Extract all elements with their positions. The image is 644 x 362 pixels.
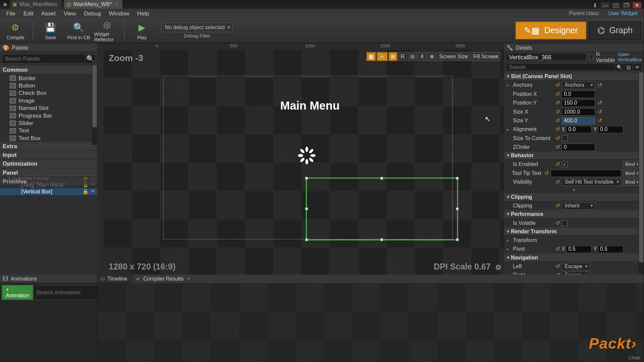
debug-object-combo[interactable]: No debug object selected (161, 22, 233, 32)
palette-category-common[interactable]: Common (0, 65, 97, 74)
save-button[interactable]: 💾Save (38, 19, 63, 42)
widget-name-input[interactable] (506, 53, 587, 61)
timeline-body[interactable]: Packt› Clear (98, 283, 644, 362)
palette-item-border[interactable]: Border (0, 74, 97, 81)
alignment-y-input[interactable] (598, 126, 623, 133)
expand-icon[interactable]: ▸ (506, 247, 511, 251)
palette-item-button[interactable]: Button (0, 82, 97, 89)
palette-item-textbox[interactable]: Text Box (0, 134, 97, 142)
reset-icon[interactable]: ↺ (597, 100, 603, 106)
section-slot[interactable]: Slot (Canvas Panel Slot) (504, 72, 644, 81)
close-icon[interactable]: × (187, 276, 190, 282)
screen-size-combo[interactable]: Screen Size (437, 52, 470, 61)
play-button[interactable]: ▶Play (129, 19, 155, 42)
vp-loc-button[interactable]: ⊕ (427, 52, 436, 61)
palette-item-named-slot[interactable]: Named Slot (0, 104, 97, 112)
size-y-input[interactable] (561, 117, 595, 124)
palette-category-optimization[interactable]: Optimization (0, 160, 97, 168)
vp-outline-button[interactable]: ▦ (366, 52, 376, 61)
details-eye-icon[interactable]: 👁 (633, 63, 642, 71)
vp-grid2-button[interactable]: ⊟ (408, 52, 417, 61)
palette-scrollbar[interactable] (92, 65, 97, 145)
designer-viewport[interactable]: Zoom -3 ▦ 🔒 ⊞ R ⊟ 4 ⊕ Screen Size Fill S… (103, 50, 504, 275)
tab-compiler-results[interactable]: ✔Compiler Results× (133, 274, 197, 283)
maximize-button[interactable]: ▢ (611, 2, 621, 9)
menu-edit[interactable]: Edit (20, 10, 37, 17)
search-icon[interactable]: 🔍 (86, 54, 96, 64)
palette-item-progress-bar[interactable]: Progress Bar (0, 112, 97, 119)
palette-tree[interactable]: Common Border Button Check Box Image Nam… (0, 65, 97, 186)
zorder-input[interactable] (561, 143, 595, 151)
palette-item-text[interactable]: Text (0, 127, 97, 134)
vp-grid-button[interactable]: ⊞ (388, 52, 397, 61)
graph-mode-button[interactable]: ⌬Graph (589, 21, 641, 39)
menu-debug[interactable]: Debug (80, 10, 105, 17)
anchors-combo[interactable]: Anchors (561, 81, 595, 89)
section-performance[interactable]: Performance (504, 210, 644, 219)
source-control-icon[interactable]: ⬇ (593, 2, 597, 9)
eye-icon[interactable]: 👁 (91, 189, 95, 194)
restore-button[interactable]: ❐ (622, 2, 631, 9)
tooltip-input[interactable] (550, 169, 621, 177)
compile-button[interactable]: ⚙Compile (3, 19, 28, 42)
palette-search-input[interactable] (2, 54, 86, 64)
selection-box[interactable] (306, 178, 458, 240)
expand-icon[interactable]: ▸ (506, 83, 511, 87)
clear-button[interactable]: Clear (629, 355, 640, 360)
section-clipping[interactable]: Clipping (504, 193, 644, 201)
palette-item-image[interactable]: Image (0, 97, 97, 104)
vp-r-button[interactable]: R (398, 52, 407, 61)
tab-timeline[interactable]: ▭Timeline (98, 274, 133, 283)
nav-left-combo[interactable]: Escape (561, 263, 590, 270)
menu-help[interactable]: Help (134, 10, 153, 17)
viewport-settings-icon[interactable]: ⚙ (495, 263, 501, 272)
is-variable-checkbox[interactable] (589, 54, 593, 60)
expand-icon[interactable]: ▸ (506, 127, 511, 132)
size-x-input[interactable] (561, 108, 595, 115)
position-y-input[interactable] (561, 99, 595, 107)
pivot-x-input[interactable] (566, 245, 591, 253)
nav-right-combo[interactable]: Escape (561, 272, 590, 275)
lock-icon[interactable]: 🔓 (83, 189, 89, 194)
palette-category-extra[interactable]: Extra (0, 142, 97, 150)
designer-mode-button[interactable]: ✎▦Designer (516, 21, 586, 39)
is-enabled-checkbox[interactable]: ✓ (561, 161, 568, 167)
details-view-icon[interactable]: ▤ (624, 63, 633, 71)
section-render-transform[interactable]: Render Transform (504, 228, 644, 236)
close-window-button[interactable]: ✕ (632, 2, 642, 9)
palette-item-checkbox[interactable]: Check Box (0, 89, 97, 97)
vp-lock-button[interactable]: 🔒 (376, 52, 387, 61)
menu-window[interactable]: Window (105, 10, 133, 17)
open-class-link[interactable]: Open VerticalBox (618, 52, 642, 62)
details-scrollbar[interactable] (638, 72, 644, 274)
find-in-cb-button[interactable]: 🔍Find in CB (66, 19, 91, 42)
reset-icon[interactable]: ↺ (597, 118, 603, 124)
is-volatile-checkbox[interactable] (561, 220, 568, 226)
menu-file[interactable]: File (3, 10, 19, 17)
close-icon[interactable]: × (115, 2, 118, 7)
palette-category-primitive[interactable]: Primitive (0, 177, 97, 186)
menu-view[interactable]: View (60, 10, 79, 17)
details-body[interactable]: Slot (Canvas Panel Slot) ▸Anchors↺Anchor… (504, 72, 644, 274)
fill-screen-combo[interactable]: Fill Screen (471, 52, 500, 61)
palette-category-panel[interactable]: Panel (0, 168, 97, 177)
palette-item-slider[interactable]: Slider (0, 119, 97, 127)
search-icon[interactable]: 🔍 (615, 63, 624, 71)
add-animation-button[interactable]: + Animation (2, 285, 33, 300)
clipping-combo[interactable]: Inherit (561, 202, 595, 209)
visibility-combo[interactable]: Self Hit Test Invisible (561, 178, 621, 186)
animations-search-input[interactable] (33, 285, 106, 300)
details-search-input[interactable] (506, 63, 615, 71)
alignment-x-input[interactable] (566, 126, 591, 133)
vp-4-button[interactable]: 4 (418, 52, 426, 61)
position-x-input[interactable] (561, 90, 595, 98)
document-tab-map[interactable]: ▣ Map_MainMenu (10, 0, 62, 9)
parent-class-link[interactable]: User Widget (605, 10, 641, 16)
palette-category-input[interactable]: Input (0, 150, 97, 159)
widget-reflector-button[interactable]: ◎Widget Reflector (94, 19, 120, 42)
size-to-content-checkbox[interactable] (561, 135, 568, 141)
minimize-button[interactable]: — (600, 2, 610, 9)
hierarchy-vertical-box[interactable]: [Vertical Box]🔓👁 (0, 188, 97, 195)
section-behavior[interactable]: Behavior (504, 152, 644, 160)
reset-icon[interactable]: ↺ (597, 82, 603, 88)
